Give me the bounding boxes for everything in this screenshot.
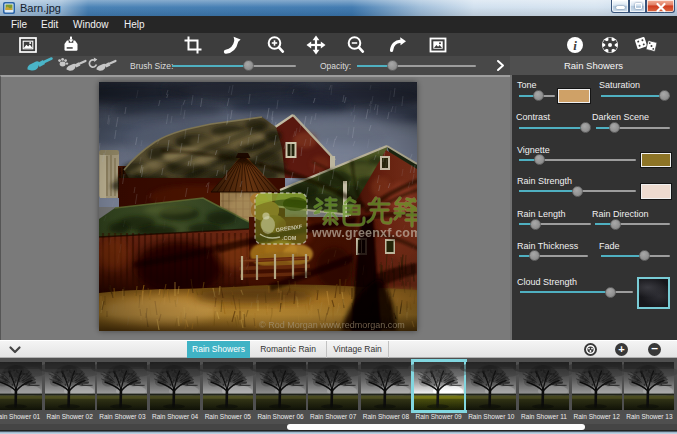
svg-text:i: i — [573, 38, 577, 53]
svg-text:© Rod Morgan www.redmorgan.com: © Rod Morgan www.redmorgan.com — [259, 320, 405, 330]
svg-text:www.greenxf.com: www.greenxf.com — [311, 226, 422, 240]
svg-text:.COM: .COM — [282, 235, 297, 241]
